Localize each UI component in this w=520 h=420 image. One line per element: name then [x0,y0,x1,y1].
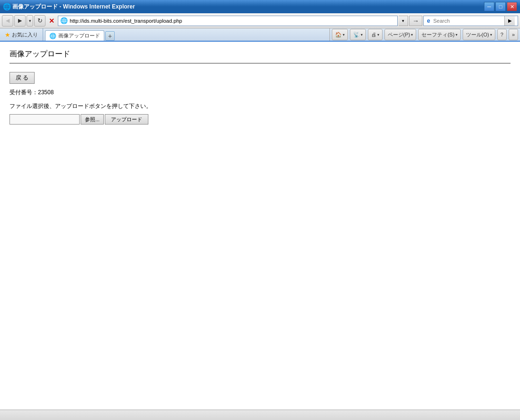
address-bar: 🌐 http://ids.multi-bits.com/est_transpor… [58,16,398,26]
favorites-star-icon: ★ [5,31,10,38]
search-go-button[interactable]: ▶ [504,16,515,26]
favorites-section: ★ お気に入り [0,28,43,41]
tools-label: ツール(O) [466,31,489,38]
extend-button[interactable]: » [509,29,518,40]
toolbar-section: 🏠 ▾ 📡 ▾ 🖨 ▾ ページ(P) ▾ セーフティ(S) ▾ ツール(O) ▾… [329,28,520,41]
help-button[interactable]: ? [497,29,507,40]
back-button[interactable]: ◀ [2,15,13,27]
address-bar-container: 🌐 http://ids.multi-bits.com/est_transpor… [58,16,408,26]
home-dropdown-icon: ▾ [343,33,345,37]
print-button[interactable]: 🖨 ▾ [368,29,383,40]
tab-section: 🌐 画像アップロード + [43,28,329,41]
file-path-input[interactable] [9,114,80,125]
tab-ie-icon: 🌐 [49,33,56,39]
favorites-button[interactable]: ★ お気に入り [2,29,41,40]
fav-tab-toolbar-bar: ★ お気に入り 🌐 画像アップロード + 🏠 ▾ 📡 ▾ 🖨 ▾ ページ(P) … [0,28,520,42]
safety-button[interactable]: セーフティ(S) ▾ [418,29,461,40]
close-button[interactable]: ✕ [507,2,517,11]
content-area: 画像アップロード 戻 る 受付番号：23508 ファイル選択後、アップロードボタ… [0,42,520,420]
upload-button[interactable]: アップロード [105,114,148,125]
extend-icon: » [512,32,515,37]
upload-instruction: ファイル選択後、アップロードボタンを押して下さい。 [9,102,511,110]
help-label: ? [501,32,503,37]
dropdown-button[interactable]: ▾ [27,15,33,27]
new-tab-button[interactable]: + [105,31,115,41]
safety-label: セーフティ(S) [421,31,455,38]
rss-button[interactable]: 📡 ▾ [350,29,366,40]
file-input-area: 参照... アップロード [9,114,511,125]
window-icon: 🌐 [3,3,10,10]
print-icon: 🖨 [371,32,376,37]
home-button[interactable]: 🏠 ▾ [332,29,348,40]
address-text: http://ids.multi-bits.com/est_transport/… [70,18,395,24]
title-bar: 🌐 画像アップロード - Windows Internet Explorer ─… [0,0,520,13]
receipt-number: 受付番号：23508 [9,89,511,97]
search-input[interactable] [433,18,504,24]
go-button[interactable]: → [409,16,422,26]
tools-button[interactable]: ツール(O) ▾ [463,29,495,40]
stop-button[interactable]: ✕ [46,16,57,26]
page-icon: 🌐 [60,17,68,25]
window-controls: ─ □ ✕ [484,2,517,11]
navigation-bar: ◀ ▶ ▾ ↻ ✕ 🌐 http://ids.multi-bits.com/es… [0,13,520,28]
search-container: e ▶ [423,16,518,26]
window-title: 画像アップロード - Windows Internet Explorer [12,3,484,11]
favorites-label: お気に入り [12,31,38,38]
page-label: ページ(P) [388,31,411,38]
rss-dropdown-icon: ▾ [361,33,363,37]
browse-button[interactable]: 参照... [81,114,104,125]
safety-dropdown-icon: ▾ [456,33,457,37]
page-title: 画像アップロード [9,49,511,63]
page-dropdown-icon: ▾ [411,33,413,37]
refresh-button[interactable]: ↻ [34,15,46,27]
forward-button[interactable]: ▶ [14,15,26,27]
active-tab[interactable]: 🌐 画像アップロード [45,30,104,41]
search-arrow-icon: ▶ [508,18,512,23]
live-search-icon: e [424,16,433,26]
address-dropdown-button[interactable]: ▾ [399,16,408,26]
minimize-button[interactable]: ─ [484,2,494,11]
rss-icon: 📡 [353,32,360,38]
page-button[interactable]: ページ(P) ▾ [384,29,417,40]
print-dropdown-icon: ▾ [377,33,379,37]
status-bar [0,410,520,420]
maximize-button[interactable]: □ [495,2,506,11]
tools-dropdown-icon: ▾ [490,33,492,37]
back-button[interactable]: 戻 る [9,72,35,84]
tab-label: 画像アップロード [58,32,100,39]
go-icon: → [412,17,419,25]
home-icon: 🏠 [335,32,342,38]
